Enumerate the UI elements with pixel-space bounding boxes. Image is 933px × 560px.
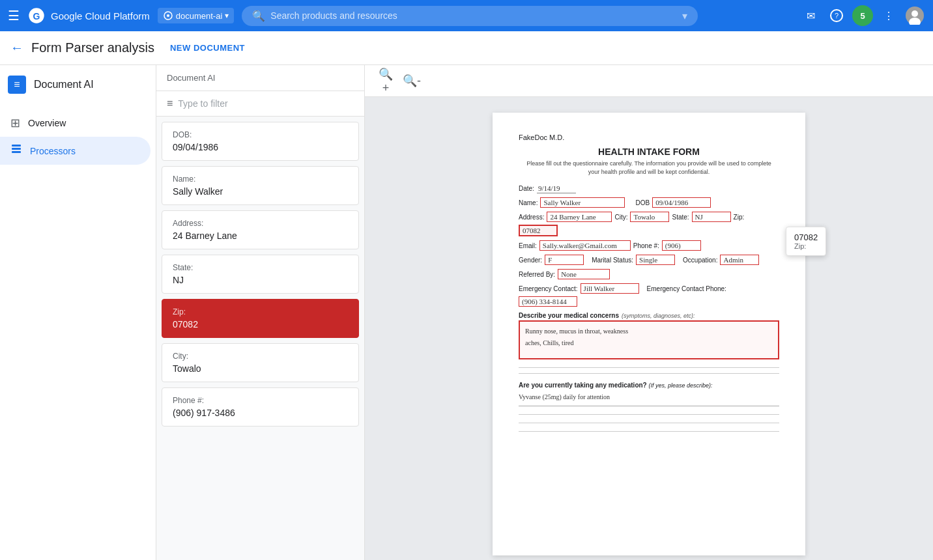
name-dob-row: Name: Sally Walker DOB 09/04/1986 — [519, 197, 779, 208]
notifications-button[interactable]: ✉ — [800, 5, 821, 26]
help-button[interactable]: ? — [826, 5, 847, 26]
more-options-button[interactable]: ⋮ — [878, 5, 899, 26]
sidebar-app-title: Document AI — [34, 79, 94, 91]
name-label: Name: — [519, 199, 538, 206]
new-document-button[interactable]: NEW DOCUMENT — [170, 43, 245, 53]
dob-value: 09/04/1986 — [652, 197, 711, 208]
tooltip-value: 07082 — [794, 232, 818, 242]
user-avatar: 5 — [852, 5, 873, 26]
field-value-city: Towalo — [173, 363, 348, 374]
form-subtitle: Please fill out the questionnaire carefu… — [519, 160, 779, 176]
field-card-zip[interactable]: Zip: 07082 — [162, 299, 359, 338]
app-logo: G Google Cloud Platform — [27, 7, 150, 25]
gender-row: Gender: F Marital Status: Single Occupat… — [519, 255, 779, 265]
gcp-title: Google Cloud Platform — [51, 10, 150, 21]
referred-label: Referred By: — [519, 271, 555, 278]
search-icon: 🔍 — [252, 10, 265, 22]
search-input[interactable] — [270, 10, 677, 21]
panel-filter-bar: ≡ — [156, 91, 364, 117]
field-list: DOB: 09/04/1986 Name: Sally Walker Addre… — [156, 117, 364, 560]
separator-1 — [519, 367, 779, 368]
account-badge-button[interactable]: 5 — [852, 5, 873, 26]
field-value-zip: 07082 — [173, 319, 348, 329]
top-navigation: ☰ G Google Cloud Platform document-ai ▾ … — [0, 0, 933, 31]
medication-label: Are you currently taking any medication?… — [519, 382, 713, 389]
emergency-phone-value: (906) 334-8144 — [519, 296, 577, 307]
project-name: document-ai — [176, 11, 223, 21]
zoom-out-button[interactable]: 🔍- — [401, 70, 422, 91]
dob-label: DOB — [635, 199, 650, 206]
city-value: Towalo — [630, 212, 669, 222]
field-card-dob[interactable]: DOB: 09/04/1986 — [162, 122, 359, 161]
search-expand-icon: ▾ — [682, 10, 687, 22]
field-card-name[interactable]: Name: Sally Walker — [162, 166, 359, 205]
sidebar-logo: ≡ — [8, 76, 26, 94]
sidebar-item-processors[interactable]: Processors — [0, 137, 151, 165]
field-label-dob: DOB: — [173, 130, 348, 139]
concerns-sublabel: (symptoms, diagnoses, etc): — [622, 313, 695, 319]
zoom-out-icon: 🔍- — [403, 74, 421, 88]
medication-text: Vyvanse (25mg) daily for attention — [519, 391, 779, 406]
marital-label: Marital Status: — [592, 257, 633, 264]
doctor-name: FakeDoc M.D. — [519, 133, 779, 141]
document-canvas: FakeDoc M.D. HEALTH INTAKE FORM Please f… — [365, 97, 933, 560]
field-card-state[interactable]: State: NJ — [162, 255, 359, 294]
main-layout: ≡ Document AI ⊞ Overview Processors — [0, 65, 933, 560]
concerns-box: Runny nose, mucus in throat, weaknessach… — [519, 320, 779, 359]
address-label: Address: — [519, 214, 544, 221]
date-row: Date: 9/14/19 — [519, 184, 779, 193]
help-icon: ? — [830, 9, 843, 22]
sidebar-logo-icon: ≡ — [14, 79, 20, 91]
date-label: Date: — [519, 185, 534, 192]
sidebar: ≡ Document AI ⊞ Overview Processors — [0, 65, 156, 560]
field-value-dob: 09/04/1986 — [173, 142, 348, 152]
profile-button[interactable] — [904, 5, 925, 26]
nav-actions: ✉ ? 5 ⋮ — [800, 5, 925, 26]
email-phone-row: Email: Sally.walker@Gmail.com Phone #: (… — [519, 240, 779, 251]
concerns-header: Describe your medical concerns (symptoms… — [519, 312, 779, 319]
medication-header: Are you currently taking any medication?… — [519, 382, 779, 389]
state-value: NJ — [692, 212, 731, 222]
separator-2 — [519, 373, 779, 374]
field-label-state: State: — [173, 263, 348, 272]
filter-input[interactable] — [178, 98, 354, 109]
zip-value: 07082 — [519, 225, 558, 236]
processors-icon — [10, 143, 22, 158]
emergency-contact-value: Jill Walker — [581, 283, 639, 294]
referred-row: Referred By: None — [519, 269, 779, 279]
project-icon — [163, 10, 173, 21]
sidebar-header: ≡ Document AI — [0, 65, 156, 104]
email-icon: ✉ — [807, 10, 815, 22]
svg-point-3 — [167, 14, 169, 17]
project-dropdown-icon: ▾ — [225, 11, 229, 20]
medication-section: Are you currently taking any medication?… — [519, 382, 779, 432]
name-dob-section: Name: Sally Walker DOB 09/04/1986 — [519, 197, 779, 208]
search-bar[interactable]: 🔍 ▾ — [242, 6, 698, 26]
field-label-zip: Zip: — [173, 307, 348, 316]
field-value-address: 24 Barney Lane — [173, 231, 348, 241]
overview-icon: ⊞ — [10, 116, 20, 130]
menu-icon[interactable]: ☰ — [8, 8, 20, 23]
document-toolbar: 🔍+ 🔍- — [365, 65, 933, 97]
address-value: 24 Barney Lane — [547, 212, 612, 222]
field-card-phone[interactable]: Phone #: (906) 917-3486 — [162, 387, 359, 427]
back-button[interactable]: ← — [10, 40, 23, 55]
more-icon: ⋮ — [883, 10, 894, 22]
svg-rect-7 — [12, 145, 21, 147]
field-card-city[interactable]: City: Towalo — [162, 343, 359, 382]
sidebar-item-overview[interactable]: ⊞ Overview — [0, 109, 151, 137]
zoom-in-button[interactable]: 🔍+ — [375, 70, 396, 91]
separator-4 — [519, 423, 779, 423]
field-card-address[interactable]: Address: 24 Barney Lane — [162, 210, 359, 249]
tooltip-content: 07082 Zip: — [786, 227, 826, 256]
emergency-phone-label: Emergency Contact Phone: — [647, 285, 726, 292]
project-selector[interactable]: document-ai ▾ — [158, 8, 235, 23]
form-title: HEALTH INTAKE FORM — [519, 147, 779, 157]
gender-value: F — [545, 255, 584, 265]
gcp-logo-icon: G — [27, 7, 46, 25]
sidebar-overview-label: Overview — [28, 118, 66, 128]
profile-icon — [906, 7, 924, 25]
occupation-value: Admin — [720, 255, 759, 265]
name-value: Sally Walker — [540, 197, 625, 208]
field-value-state: NJ — [173, 275, 348, 285]
